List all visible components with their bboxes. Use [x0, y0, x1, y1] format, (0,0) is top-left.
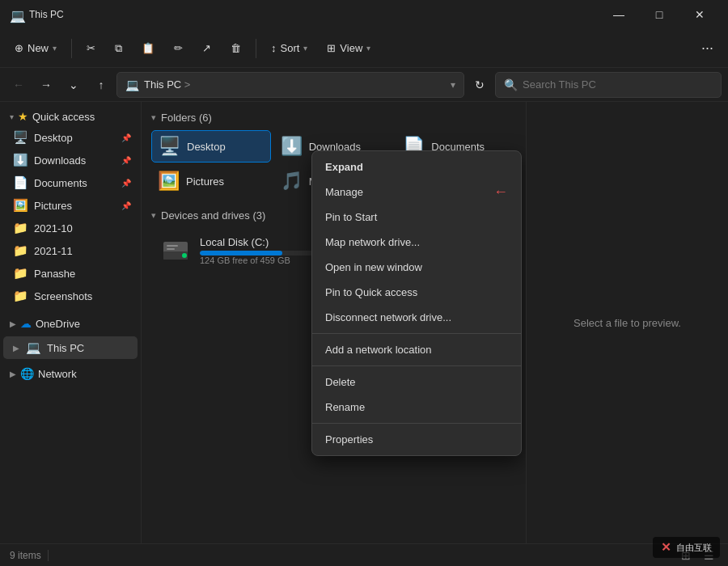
refresh-button[interactable]: ↻	[468, 73, 492, 97]
sort-chevron-icon: ▾	[303, 44, 307, 53]
watermark-text: 自由互联	[676, 542, 712, 554]
maximize-button[interactable]: □	[641, 2, 678, 27]
address-box[interactable]: 💻 This PC > ▾	[116, 72, 464, 98]
sidebar-item-desktop[interactable]: 🖥️ Desktop 📌	[3, 126, 138, 149]
sidebar-item-2021-10-label: 2021-10	[34, 222, 73, 234]
sidebar-item-downloads-label: Downloads	[34, 154, 86, 167]
downloads-icon: ⬇️	[281, 136, 303, 157]
folders-section-header: ▾ Folders (6)	[151, 112, 516, 124]
view-label: View	[340, 42, 362, 54]
folders-chevron-icon[interactable]: ▾	[151, 112, 156, 123]
sidebar-item-pictures[interactable]: 🖼️ Pictures 📌	[3, 194, 138, 217]
new-label: New	[28, 42, 49, 54]
sidebar-item-pictures-label: Pictures	[34, 200, 72, 212]
sort-label: Sort	[281, 42, 300, 54]
network-label: Network	[38, 368, 77, 380]
onedrive-header[interactable]: ▶ ☁ OneDrive	[3, 312, 138, 333]
folder-item-desktop[interactable]: 🖥️ Desktop	[151, 130, 271, 163]
rename-button[interactable]: ✏	[166, 37, 191, 59]
sidebar-item-2021-11[interactable]: 📁 2021-11	[3, 239, 138, 262]
drive-item-c[interactable]: Local Disk (C:) 124 GB free of 459 GB	[151, 228, 334, 273]
delete-button[interactable]: 🗑	[222, 37, 249, 59]
address-path: This PC >	[144, 78, 446, 91]
addressbar: ← → ⌄ ↑ 💻 This PC > ▾ ↻ 🔍	[0, 68, 728, 102]
ctx-pin-quick-label: Pin to Quick access	[325, 286, 417, 298]
more-button[interactable]: ···	[693, 35, 722, 61]
nav-recent-button[interactable]: ⌄	[61, 73, 86, 97]
network-header[interactable]: ▶ 🌐 Network	[3, 362, 138, 383]
view-button[interactable]: ⊞ View ▾	[319, 37, 379, 59]
sidebar-item-panashe[interactable]: 📁 Panashe	[3, 262, 138, 285]
items-count: 9 items	[10, 550, 41, 561]
ctx-properties[interactable]: Properties	[312, 427, 521, 452]
sort-button[interactable]: ↕ Sort ▾	[263, 37, 315, 59]
ctx-divider-1	[312, 333, 521, 334]
content-area: ▾ Folders (6) 🖥️ Desktop ⬇️ Downloads 📄 …	[142, 102, 728, 543]
ctx-expand[interactable]: Expand	[312, 154, 521, 180]
folder-label-pictures: Pictures	[186, 175, 224, 188]
preview-text: Select a file to preview.	[574, 317, 681, 329]
minimize-button[interactable]: —	[600, 2, 637, 27]
file-list[interactable]: ▾ Folders (6) 🖥️ Desktop ⬇️ Downloads 📄 …	[142, 102, 526, 543]
ctx-manage[interactable]: Manage ←	[312, 180, 521, 205]
app-icon: 💻	[10, 8, 23, 21]
ctx-pin-quick[interactable]: Pin to Quick access	[312, 280, 521, 305]
address-dropdown-icon[interactable]: ▾	[451, 79, 455, 91]
ctx-disconnect-label: Disconnect network drive...	[325, 311, 451, 323]
nav-up-button[interactable]: ↑	[89, 73, 113, 97]
cut-button[interactable]: ✂	[78, 37, 104, 59]
documents-pin-icon: 📌	[121, 179, 131, 188]
onedrive-icon: ☁	[20, 317, 32, 330]
ctx-manage-arrow-icon: ←	[493, 184, 508, 201]
documents-folder-icon: 📄	[13, 175, 28, 190]
sidebar-item-screenshots-label: Screenshots	[34, 290, 92, 302]
devices-chevron-icon[interactable]: ▾	[151, 210, 156, 221]
desktop-icon: 🖥️	[159, 136, 180, 157]
ctx-rename-label: Rename	[325, 401, 365, 413]
quick-access-chevron-icon: ▾	[10, 112, 14, 121]
sort-icon: ↕	[271, 42, 277, 54]
ctx-add-network[interactable]: Add a network location	[312, 337, 521, 362]
titlebar-title: This PC	[29, 9, 64, 20]
folder-item-pictures[interactable]: 🖼️ Pictures	[151, 166, 271, 196]
this-pc-chevron-icon: ▶	[13, 344, 19, 353]
statusbar: 9 items ⊞ ☰	[0, 543, 728, 566]
ctx-disconnect[interactable]: Disconnect network drive...	[312, 305, 521, 330]
quick-access-header[interactable]: ▾ ★ Quick access	[3, 105, 138, 126]
new-plus-icon: ⊕	[15, 42, 23, 54]
ctx-pin-start[interactable]: Pin to Start	[312, 205, 521, 230]
new-button[interactable]: ⊕ New ▾	[6, 37, 65, 59]
nav-back-button[interactable]: ←	[6, 73, 31, 97]
delete-icon: 🗑	[231, 42, 241, 54]
ctx-open-new-window[interactable]: Open in new window	[312, 255, 521, 280]
watermark: ✕ 自由互联	[653, 537, 720, 558]
desktop-pin-icon: 📌	[121, 133, 131, 142]
search-icon: 🔍	[504, 78, 518, 91]
sidebar-item-documents[interactable]: 📄 Documents 📌	[3, 171, 138, 194]
nav-forward-button[interactable]: →	[34, 73, 58, 97]
ctx-rename[interactable]: Rename	[312, 395, 521, 420]
address-pc-icon: 💻	[125, 78, 139, 91]
sidebar-item-downloads[interactable]: ⬇️ Downloads 📌	[3, 149, 138, 171]
search-box[interactable]: 🔍	[495, 72, 722, 98]
close-button[interactable]: ✕	[681, 2, 718, 27]
context-menu: Expand Manage ← Pin to Start Map network…	[311, 150, 522, 456]
watermark-x: ✕	[661, 540, 671, 555]
copy-button[interactable]: ⧉	[107, 37, 130, 60]
share-button[interactable]: ↗	[194, 37, 219, 59]
paste-button[interactable]: 📋	[133, 37, 163, 59]
sidebar: ▾ ★ Quick access 🖥️ Desktop 📌 ⬇️ Downloa…	[0, 102, 142, 543]
search-input[interactable]	[523, 78, 713, 91]
ctx-map-network[interactable]: Map network drive...	[312, 230, 521, 255]
copy-icon: ⧉	[115, 42, 122, 55]
sidebar-item-this-pc[interactable]: ▶ 💻 This PC	[3, 336, 138, 359]
panashe-folder-icon: 📁	[13, 266, 28, 281]
sidebar-item-screenshots[interactable]: 📁 Screenshots	[3, 285, 138, 307]
sidebar-item-2021-10[interactable]: 📁 2021-10	[3, 217, 138, 239]
sidebar-item-desktop-label: Desktop	[34, 132, 73, 144]
2021-11-folder-icon: 📁	[13, 243, 28, 258]
ctx-delete[interactable]: Delete	[312, 370, 521, 395]
ctx-pin-start-label: Pin to Start	[325, 211, 377, 223]
toolbar-divider-1	[71, 39, 72, 58]
drive-c-label: Local Disk (C:)	[200, 236, 313, 248]
